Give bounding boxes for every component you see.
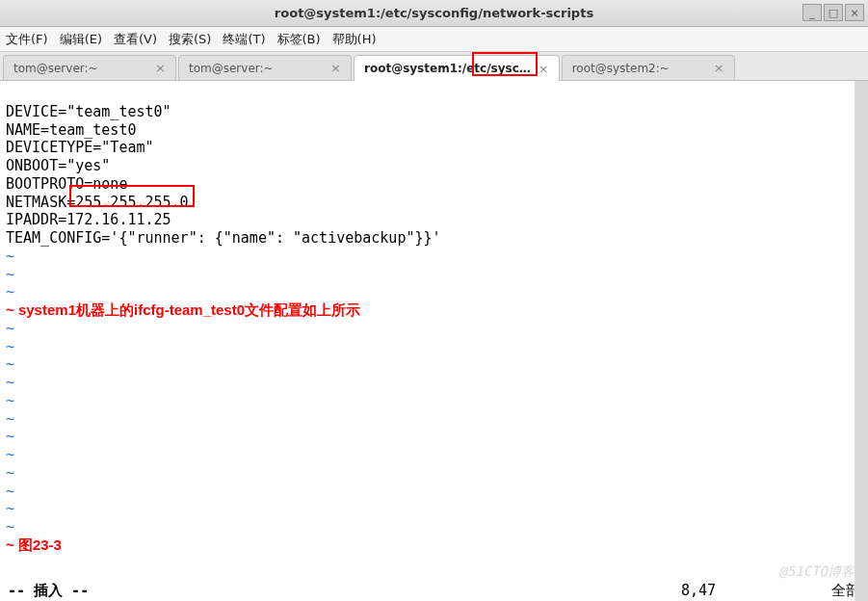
config-line: DEVICE="team_test0" — [6, 103, 171, 120]
vim-tilde: ~ — [6, 283, 14, 300]
menu-search[interactable]: 搜索(S) — [169, 31, 211, 48]
vim-tilde: ~ — [6, 518, 14, 536]
vim-tilde: ~ — [6, 392, 14, 409]
tab-label: root@system1:/etc/sysc… — [364, 62, 531, 75]
vim-tilde: ~ — [6, 464, 14, 482]
vim-tilde: ~ — [6, 410, 14, 428]
config-line: ONBOOT="yes" — [6, 157, 110, 174]
tab-label: tom@server:~ — [189, 62, 323, 75]
config-line: BOOTPROTO=none — [6, 175, 127, 193]
vim-tilde: ~ — [6, 248, 14, 265]
config-line: IPADDR=172.16.11.25 — [6, 211, 171, 228]
config-line: TEAM_CONFIG='{"runner": {"name": "active… — [6, 229, 441, 247]
menubar: 文件(F) 编辑(E) 查看(V) 搜索(S) 终端(T) 标签(B) 帮助(H… — [0, 27, 868, 52]
vim-tilde: ~ — [6, 320, 14, 337]
watermark: @51CTO博客 — [778, 563, 855, 581]
cursor-position: 8,47 — [681, 582, 716, 600]
menu-terminal[interactable]: 终端(T) — [223, 31, 265, 48]
annotation-text: ~ system1机器上的ifcfg-team_test0文件配置如上所示 — [6, 301, 360, 318]
window-title: root@system1:/etc/sysconfig/network-scri… — [275, 6, 593, 20]
close-button[interactable]: × — [845, 4, 864, 21]
menu-view[interactable]: 查看(V) — [114, 31, 157, 48]
window-controls: _ □ × — [802, 4, 864, 21]
close-icon[interactable]: × — [714, 61, 724, 75]
close-icon[interactable]: × — [539, 62, 549, 76]
scrollbar-thumb[interactable] — [855, 81, 868, 601]
terminal-content[interactable]: DEVICE="team_test0" NAME=team_test0 DEVI… — [0, 81, 868, 601]
vim-statusbar: -- 插入 -- 8,47 全部 — [0, 580, 868, 601]
tab-label: root@system2:~ — [572, 62, 706, 75]
vim-tilde: ~ — [6, 500, 14, 517]
menu-file[interactable]: 文件(F) — [6, 31, 48, 48]
tab-2[interactable]: tom@server:~ × — [178, 55, 352, 80]
config-line: DEVICETYPE="Team" — [6, 139, 154, 156]
vim-tilde: ~ — [6, 428, 14, 445]
close-icon[interactable]: × — [155, 61, 166, 75]
tab-4[interactable]: root@system2:~ × — [562, 55, 735, 80]
vim-mode: -- 插入 -- — [8, 582, 89, 600]
config-line: NETMASK=255.255.255.0 — [6, 194, 189, 211]
vim-tilde: ~ — [6, 446, 14, 463]
maximize-button[interactable]: □ — [824, 4, 843, 21]
vim-tilde: ~ — [6, 483, 14, 500]
menu-edit[interactable]: 编辑(E) — [60, 31, 102, 48]
figure-label: ~ 图23-3 — [6, 536, 62, 553]
tab-1[interactable]: tom@server:~ × — [3, 55, 176, 80]
menu-tabs[interactable]: 标签(B) — [277, 31, 321, 48]
minimize-button[interactable]: _ — [802, 4, 822, 21]
vim-tilde: ~ — [6, 355, 14, 373]
scrollbar[interactable] — [855, 81, 868, 601]
vim-tilde: ~ — [6, 374, 14, 391]
vim-tilde: ~ — [6, 266, 14, 283]
titlebar: root@system1:/etc/sysconfig/network-scri… — [0, 0, 868, 27]
menu-help[interactable]: 帮助(H) — [332, 31, 377, 48]
vim-tilde: ~ — [6, 338, 14, 355]
close-icon[interactable]: × — [330, 61, 341, 75]
tab-label: tom@server:~ — [13, 62, 147, 75]
tab-3-active[interactable]: root@system1:/etc/sysc… × — [354, 55, 560, 81]
config-line: NAME=team_test0 — [6, 121, 136, 139]
tabbar: tom@server:~ × tom@server:~ × root@syste… — [0, 52, 868, 81]
